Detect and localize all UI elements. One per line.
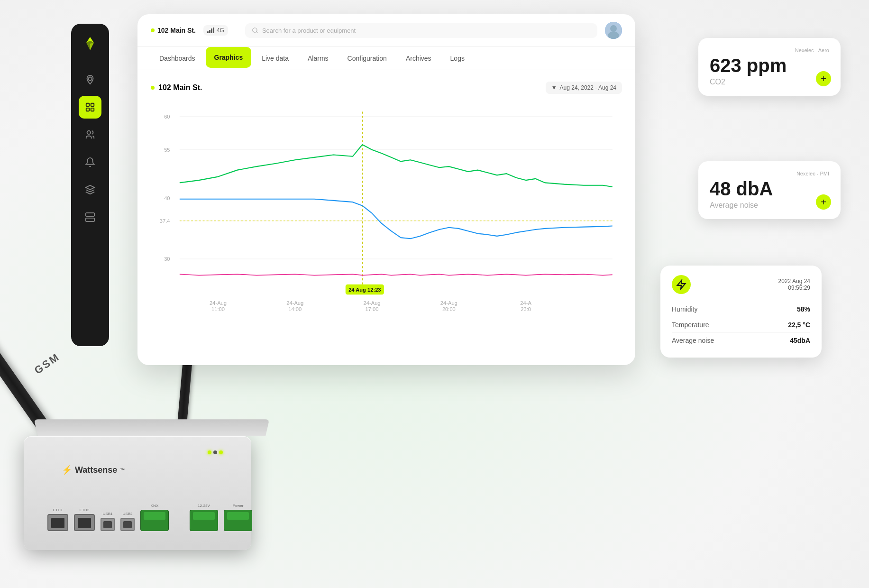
popup-temp-label: Temperature [672,321,709,329]
svg-text:24-Aug: 24-Aug [210,300,227,305]
popup-humidity-label: Humidity [672,305,697,313]
popup-row-humidity: Humidity 58% [672,302,810,317]
svg-rect-8 [86,213,94,216]
date-range-button[interactable]: ▼ Aug 24, 2022 - Aug 24 [546,82,622,94]
signal-text: 4G [217,27,224,34]
svg-point-1 [88,77,91,81]
svg-rect-12 [207,31,209,33]
brand-text: ⚡ Wattsense ™ [62,465,125,475]
brand-trademark: ™ [120,468,125,473]
popup-noise-label: Average noise [672,337,714,344]
tab-graphics[interactable]: Graphics [206,47,252,68]
card-noise: Nexelec - PMI 48 dbA Average noise + [698,161,841,219]
svg-text:37.4: 37.4 [160,218,170,224]
svg-rect-15 [213,28,214,33]
popup-icon [672,275,691,294]
svg-text:40: 40 [164,195,170,201]
noise-value: 48 dbA [710,178,829,199]
tab-logs[interactable]: Logs [442,48,473,69]
svg-text:60: 60 [164,114,170,119]
ports-row: ETH1 ETH2 USB1 USB2 KNX [47,504,252,531]
device-top [34,419,270,436]
chart-title-dot [151,86,155,90]
svg-rect-5 [91,108,94,111]
location-badge[interactable]: 102 Main St. [151,27,196,34]
led-green-2 [219,450,223,454]
chart-header: 102 Main St. ▼ Aug 24, 2022 - Aug 24 [151,82,622,94]
brand-lightning-icon: ⚡ [62,465,72,475]
svg-text:20:00: 20:00 [442,306,456,312]
location-dot [151,28,155,32]
chart-title: 102 Main St. [151,83,202,92]
brand-name: Wattsense [75,465,117,475]
led-indicators [208,450,223,454]
svg-rect-14 [211,28,212,33]
signal-badge: 4G [203,25,228,36]
popup-row-noise: Average noise 45dbA [672,333,810,348]
co2-value: 623 ppm [710,55,829,76]
chart-container: 60 55 40 37.4 30 24-Aug 11:00 24-Aug [151,101,622,315]
svg-text:14:00: 14:00 [288,306,302,312]
popup-row-temperature: Temperature 22,5 °C [672,317,810,333]
card-co2: Nexelec - Aero 623 ppm CO2 + [698,38,841,96]
eth-port-2 [74,514,95,531]
svg-text:24-A: 24-A [520,300,531,305]
app-logo[interactable] [80,33,101,54]
noise-label: Average noise [710,201,829,210]
sidebar-item-server[interactable] [79,206,101,229]
svg-text:55: 55 [164,147,170,153]
terminal-3 [224,510,252,531]
svg-text:23:0: 23:0 [521,306,531,312]
svg-text:24-Aug: 24-Aug [286,300,303,305]
noise-source: Nexelec - PMI [710,171,829,176]
svg-text:11:00: 11:00 [211,306,225,312]
svg-rect-3 [91,103,94,106]
location-text: 102 Main St. [157,27,196,34]
chart-svg: 60 55 40 37.4 30 24-Aug 11:00 24-Aug [151,101,622,315]
tab-archives[interactable]: Archives [397,48,440,69]
popup-datetime: 2022 Aug 24 09:55:29 [756,278,810,291]
svg-text:24 Aug 12:23: 24 Aug 12:23 [348,286,381,292]
led-off [213,450,217,454]
popup-temp-value: 22,5 °C [788,321,810,329]
svg-point-19 [610,25,617,32]
svg-rect-13 [209,30,210,33]
usb-port-2 [120,518,135,531]
noise-plus-button[interactable]: + [816,194,831,210]
usb-port-1 [101,518,115,531]
dashboard-panel: 102 Main St. 4G Search for a product or … [137,14,635,365]
chart-title-text: 102 Main St. [158,83,202,92]
svg-rect-4 [86,108,89,111]
tab-alarms[interactable]: Alarms [299,48,337,69]
svg-line-17 [256,32,258,33]
svg-point-16 [253,28,257,32]
svg-text:17:00: 17:00 [366,306,379,312]
terminal-2 [190,510,218,531]
device-body: ⚡ Wattsense ™ ETH1 ETH2 USB1 USB2 [24,436,251,550]
popup-card: 2022 Aug 24 09:55:29 Humidity 58% Temper… [660,266,822,358]
search-bar[interactable]: Search for a product or equipment [245,23,597,38]
gsm-label: GSM [32,350,62,377]
date-range-text: Aug 24, 2022 - Aug 24 [560,84,616,91]
svg-point-6 [87,131,91,134]
popup-date: 2022 Aug 24 [756,278,810,285]
popup-humidity-value: 58% [797,305,810,313]
co2-plus-button[interactable]: + [816,71,831,86]
sidebar-item-users[interactable] [79,123,101,146]
svg-rect-2 [86,103,89,106]
popup-time: 09:55:29 [756,285,810,291]
svg-rect-9 [86,218,94,221]
svg-marker-7 [86,185,94,190]
svg-text:24-Aug: 24-Aug [440,300,457,305]
sidebar-item-layers[interactable] [79,178,101,201]
terminal-1 [140,510,169,531]
co2-label: CO2 [710,78,829,86]
tab-configuration[interactable]: Configuration [339,48,395,69]
sidebar-item-grid[interactable] [79,96,101,119]
sidebar-item-location[interactable] [79,68,101,91]
sidebar-item-bell[interactable] [79,151,101,174]
svg-text:30: 30 [164,256,170,262]
avatar[interactable] [605,22,622,39]
tab-live-data[interactable]: Live data [253,48,297,69]
tab-dashboards[interactable]: Dashboards [151,48,204,69]
